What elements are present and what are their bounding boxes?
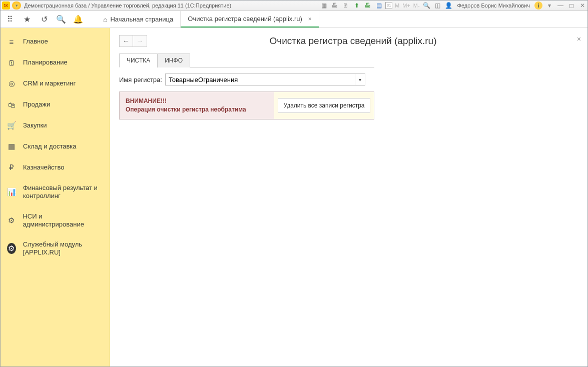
- favorite-star-icon[interactable]: ★: [22, 14, 32, 24]
- sidebar-item-treasury[interactable]: ₽ Казначейство: [0, 157, 110, 178]
- toolbar-window-icon[interactable]: ◫: [433, 1, 442, 10]
- page-title: Очистка регистра сведений (applix.ru): [147, 36, 579, 46]
- user-icon: 👤: [444, 1, 453, 10]
- sidebar-item-sales[interactable]: 🛍 Продажи: [0, 94, 110, 115]
- history-icon[interactable]: ↺: [39, 14, 49, 24]
- nav-forward-button[interactable]: →: [133, 35, 147, 47]
- window-close-icon[interactable]: ✕: [578, 1, 587, 10]
- tab-clean[interactable]: ЧИСТКА: [119, 54, 158, 68]
- sidebar-item-admin[interactable]: ⚙ НСИ и администрирование: [0, 206, 110, 235]
- sidebar-label: Планирование: [23, 58, 68, 66]
- sidebar-label: Склад и доставка: [23, 142, 77, 150]
- tab-home-label: Начальная страница: [110, 16, 173, 23]
- tab-home[interactable]: ⌂ Начальная страница: [96, 11, 181, 28]
- app-menu-dropdown[interactable]: ▾: [12, 2, 21, 10]
- tab-info[interactable]: ИНФО: [157, 54, 190, 68]
- register-name-label: Имя регистра:: [119, 76, 162, 84]
- sidebar-label: Главное: [23, 38, 48, 46]
- register-name-field: ▾: [165, 74, 365, 86]
- bag-icon: 🛍: [7, 100, 16, 109]
- toolbar-left: ⠿ ★ ↺ 🔍 🔔: [0, 11, 96, 28]
- info-dropdown-icon[interactable]: ▾: [545, 1, 554, 10]
- gear-icon: ⚙: [7, 243, 16, 254]
- toolbar-excel-icon[interactable]: ⬆: [352, 1, 361, 10]
- apps-grid-icon[interactable]: ⠿: [5, 14, 15, 24]
- tab-close-icon[interactable]: ×: [308, 16, 312, 22]
- sidebar-label: Финансовый результат и контроллинг: [23, 184, 103, 200]
- gear-icon: ⚙: [7, 216, 16, 225]
- search-icon[interactable]: 🔍: [56, 14, 66, 24]
- sidebar-label: Закупки: [23, 122, 47, 130]
- app-logo-icon: 1c: [2, 2, 10, 10]
- memory-m[interactable]: M: [395, 2, 399, 8]
- page-close-icon[interactable]: ×: [577, 35, 581, 43]
- window-titlebar: 1c ▾ Демонстрационная база / Управление …: [0, 0, 588, 11]
- sidebar-item-purchases[interactable]: 🛒 Закупки: [0, 115, 110, 136]
- cart-icon: 🛒: [7, 121, 16, 130]
- nav-back-button[interactable]: ←: [119, 35, 133, 47]
- home-icon: ⌂: [103, 16, 107, 24]
- toolbar-export-icon[interactable]: 🖶: [363, 1, 372, 10]
- sidebar-item-finance[interactable]: 📊 Финансовый результат и контроллинг: [0, 178, 110, 206]
- register-name-dropdown-icon[interactable]: ▾: [355, 74, 365, 85]
- tab-bar: ⌂ Начальная страница Очистка регистра св…: [96, 11, 319, 28]
- window-title: Демонстрационная база / Управление торго…: [24, 2, 231, 8]
- boxes-icon: ▦: [7, 142, 16, 151]
- register-name-input[interactable]: [166, 76, 355, 84]
- menu-icon: ≡: [7, 37, 16, 46]
- window-maximize-icon[interactable]: ◻: [567, 1, 576, 10]
- sidebar-item-planning[interactable]: 🗓 Планирование: [0, 52, 110, 73]
- content-tabs: ЧИСТКА ИНФО: [119, 53, 374, 68]
- register-name-row: Имя регистра: ▾: [119, 74, 579, 86]
- warning-line2: Операция очистки регистра необратима: [126, 106, 268, 114]
- memory-mminus[interactable]: M-: [413, 2, 420, 8]
- toolbar-grid-icon[interactable]: ▦: [319, 1, 328, 10]
- main-body: ≡ Главное 🗓 Планирование ◎ CRM и маркети…: [0, 28, 588, 367]
- sidebar-label: CRM и маркетинг: [23, 80, 76, 88]
- sidebar-label: Казначейство: [23, 164, 64, 172]
- sidebar-label: Служебный модуль [APPLIX.RU]: [23, 240, 103, 257]
- content-area: × ← → Очистка регистра сведений (applix.…: [110, 28, 588, 367]
- memory-mplus[interactable]: M+: [402, 2, 410, 8]
- planning-icon: 🗓: [7, 58, 16, 67]
- info-icon[interactable]: i: [534, 2, 542, 10]
- notifications-bell-icon[interactable]: 🔔: [73, 14, 83, 24]
- delete-all-records-button[interactable]: Удалить все записи регистра: [278, 98, 370, 113]
- toolbar-doc-icon[interactable]: 🗎: [341, 1, 350, 10]
- toolbar-zoom-icon[interactable]: 🔍: [422, 1, 431, 10]
- warning-action: Удалить все записи регистра: [274, 92, 374, 119]
- warning-line1: ВНИМАНИЕ!!!: [126, 97, 268, 106]
- warning-text: ВНИМАНИЕ!!! Операция очистки регистра не…: [120, 92, 274, 119]
- main-toolbar: ⠿ ★ ↺ 🔍 🔔 ⌂ Начальная страница Очистка р…: [0, 11, 588, 28]
- sidebar-item-crm[interactable]: ◎ CRM и маркетинг: [0, 73, 110, 94]
- nav-row: ← → Очистка регистра сведений (applix.ru…: [119, 35, 579, 47]
- toolbar-print-icon[interactable]: 🖶: [330, 1, 339, 10]
- ruble-icon: ₽: [7, 163, 16, 172]
- window-minimize-icon[interactable]: —: [556, 1, 565, 10]
- toolbar-calendar-icon[interactable]: 31: [385, 2, 392, 9]
- sidebar-item-applix[interactable]: ⚙ Служебный модуль [APPLIX.RU]: [0, 234, 110, 263]
- sidebar-label: Продажи: [23, 100, 50, 108]
- tab-active-label: Очистка регистра сведений (applix.ru): [188, 15, 302, 22]
- target-icon: ◎: [7, 79, 16, 88]
- sidebar-label: НСИ и администрирование: [23, 212, 103, 229]
- warning-box: ВНИМАНИЕ!!! Операция очистки регистра не…: [119, 92, 374, 120]
- user-name[interactable]: Федоров Борис Михайлович: [457, 2, 530, 8]
- sidebar: ≡ Главное 🗓 Планирование ◎ CRM и маркети…: [0, 28, 110, 367]
- sidebar-item-main[interactable]: ≡ Главное: [0, 31, 110, 52]
- toolbar-calc-icon[interactable]: ▤: [374, 1, 383, 10]
- chart-icon: 📊: [7, 188, 16, 196]
- tab-register-cleanup[interactable]: Очистка регистра сведений (applix.ru) ×: [181, 11, 319, 28]
- sidebar-item-warehouse[interactable]: ▦ Склад и доставка: [0, 136, 110, 157]
